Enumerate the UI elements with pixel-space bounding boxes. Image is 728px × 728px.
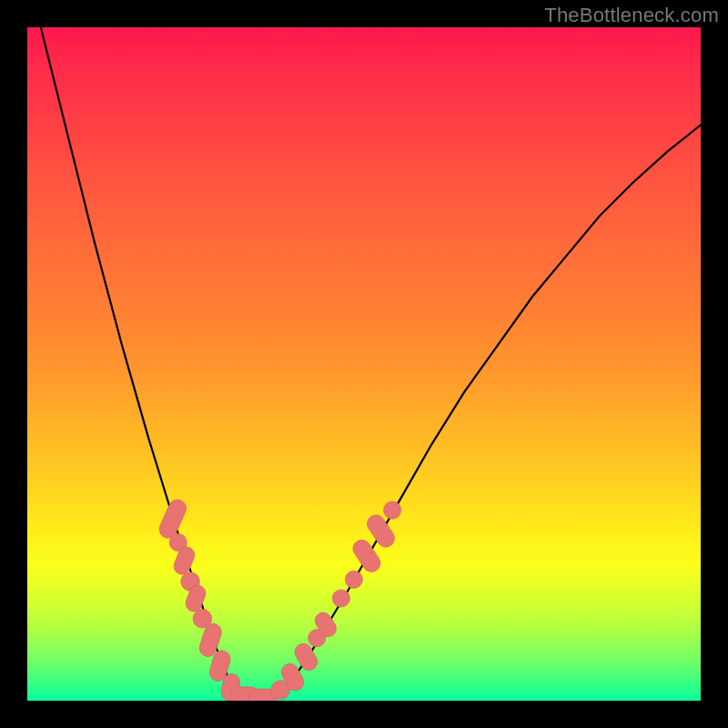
data-markers — [157, 497, 401, 701]
data-marker — [345, 571, 362, 588]
chart-plot-area — [27, 27, 701, 701]
data-marker — [157, 497, 189, 541]
chart-svg — [27, 27, 701, 701]
data-marker — [383, 501, 400, 519]
watermark-text: TheBottleneck.com — [544, 4, 719, 27]
data-marker — [332, 590, 349, 607]
bottleneck-curve — [41, 27, 701, 701]
chart-frame: TheBottleneck.com — [0, 0, 728, 728]
